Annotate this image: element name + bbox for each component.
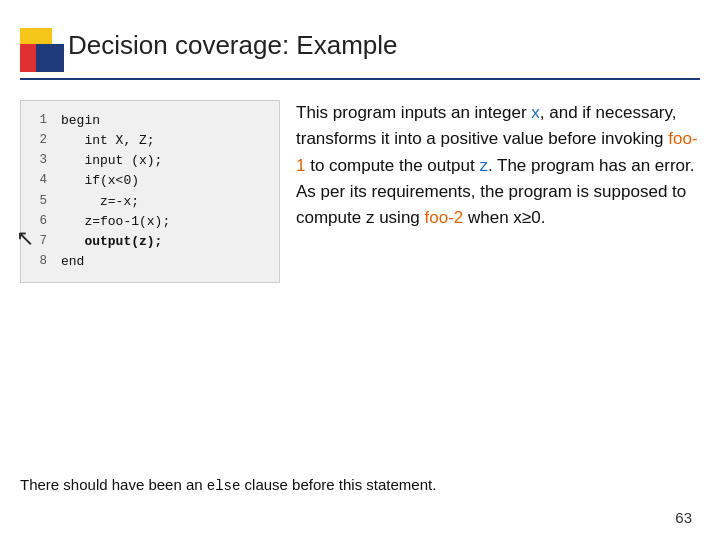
code-line-5: 5 z=-x; — [33, 192, 267, 212]
explanation-text3: to compute the output — [305, 156, 479, 175]
line-code-3: input (x); — [61, 151, 162, 171]
code-line-6: 6 z=foo-1(x); — [33, 212, 267, 232]
line-code-8: end — [61, 252, 84, 272]
code-line-7: 7 output(z); — [33, 232, 267, 252]
explanation-z: z — [479, 156, 488, 175]
line-num-6: 6 — [33, 212, 47, 232]
explanation-text1: This program inputs an integer — [296, 103, 531, 122]
line-code-2: int X, Z; — [61, 131, 155, 151]
line-num-1: 1 — [33, 111, 47, 131]
code-block: 1 begin 2 int X, Z; 3 input (x); 4 if(x<… — [20, 100, 280, 283]
page-number: 63 — [675, 509, 692, 526]
page-title: Decision coverage: Example — [68, 30, 398, 61]
explanation-text5: when x — [463, 208, 522, 227]
line-code-1: begin — [61, 111, 100, 131]
explanation-text: This program inputs an integer x, and if… — [296, 100, 701, 232]
line-num-4: 4 — [33, 171, 47, 191]
bottom-note-suffix: clause before this statement. — [240, 476, 436, 493]
code-line-3: 3 input (x); — [33, 151, 267, 171]
line-code-4: if(x<0) — [61, 171, 139, 191]
line-num-3: 3 — [33, 151, 47, 171]
explanation-text6: 0. — [531, 208, 545, 227]
line-code-5: z=-x; — [61, 192, 139, 212]
code-line-2: 2 int X, Z; — [33, 131, 267, 151]
explanation-geq: ≥ — [522, 208, 531, 227]
line-code-6: z=foo-1(x); — [61, 212, 170, 232]
code-line-8: 8 end — [33, 252, 267, 272]
bottom-note-code: else — [207, 478, 241, 494]
bottom-note: There should have been an else clause be… — [20, 476, 436, 494]
line-code-7: output(z); — [61, 232, 162, 252]
line-num-5: 5 — [33, 192, 47, 212]
line-num-8: 8 — [33, 252, 47, 272]
explanation-x: x — [531, 103, 540, 122]
code-line-4: 4 if(x<0) — [33, 171, 267, 191]
code-line-1: 1 begin — [33, 111, 267, 131]
title-divider — [20, 78, 700, 80]
line-num-2: 2 — [33, 131, 47, 151]
bottom-note-prefix: There should have been an — [20, 476, 207, 493]
explanation-foo2: foo-2 — [425, 208, 464, 227]
line-num-7: 7 — [33, 232, 47, 252]
decoration-blue — [36, 44, 64, 72]
arrow-indicator: ↙ — [16, 226, 34, 252]
